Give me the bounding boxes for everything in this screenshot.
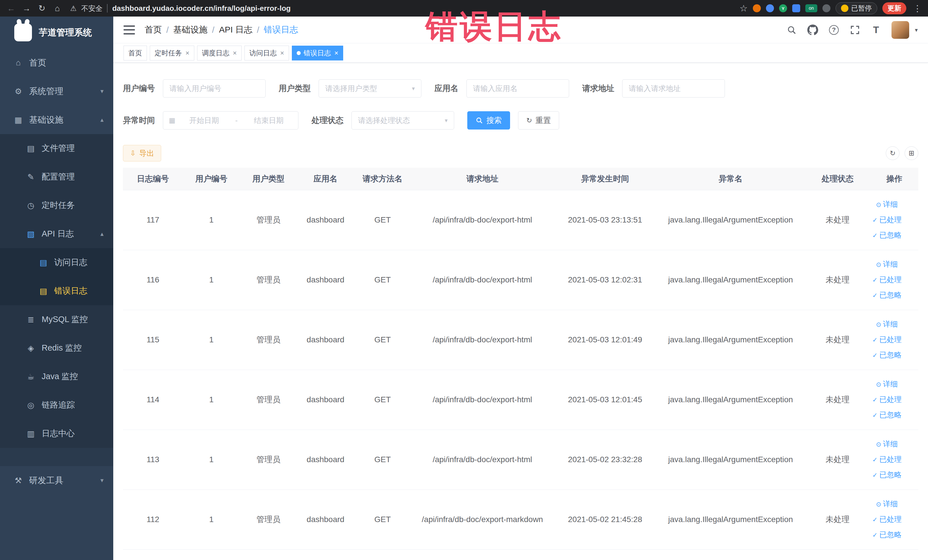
process-status-select[interactable]: 请选择处理状态 ▾ — [351, 111, 454, 130]
mark-processed-link[interactable]: ✓已处理 — [870, 512, 904, 527]
close-icon[interactable]: × — [280, 49, 284, 57]
request-url-input[interactable] — [622, 79, 725, 98]
back-icon[interactable]: ← — [5, 2, 18, 15]
cell-exception-time: 2021-05-02 23:32:28 — [554, 430, 656, 490]
sidebar-item-file-management[interactable]: ▤ 文件管理 — [0, 134, 113, 163]
reset-button[interactable]: ↻ 重置 — [518, 111, 559, 130]
address-bar[interactable]: ⚠ 不安全 dashboard.yudao.iocoder.cn/infra/l… — [70, 4, 733, 13]
extension-icon[interactable] — [792, 4, 800, 12]
chevron-up-icon: ▴ — [101, 116, 104, 124]
mark-processed-link[interactable]: ✓已处理 — [870, 272, 904, 288]
sidebar-item-redis-monitor[interactable]: ◈ Redis 监控 — [0, 334, 113, 362]
extension-icon[interactable] — [766, 4, 774, 12]
detail-link[interactable]: ⊙详细 — [870, 436, 904, 452]
exception-time-range-picker[interactable]: ▦ 开始日期 - 结束日期 — [163, 111, 298, 130]
paused-badge[interactable]: 已暂停 — [836, 2, 877, 14]
app-name-input[interactable] — [466, 79, 569, 98]
mark-ignored-link[interactable]: ✓已忽略 — [870, 227, 904, 243]
tab-schedule-log[interactable]: 调度日志 × — [197, 46, 242, 61]
sidebar-item-infrastructure[interactable]: ▦ 基础设施 ▴ — [0, 105, 113, 134]
mark-ignored-link[interactable]: ✓已忽略 — [870, 527, 904, 543]
check-icon: ✓ — [872, 232, 878, 239]
detail-link[interactable]: ⊙详细 — [870, 377, 904, 392]
sidebar-item-home[interactable]: ⌂ 首页 — [0, 49, 113, 77]
col-actions: 操作 — [870, 168, 918, 190]
close-icon[interactable]: × — [334, 49, 338, 57]
export-button[interactable]: ⇩ 导出 — [123, 145, 161, 162]
refresh-table-button[interactable]: ↻ — [886, 146, 899, 160]
fullscreen-icon[interactable] — [849, 24, 861, 36]
sidebar-item-dev-tools[interactable]: ⚒ 研发工具 ▾ — [0, 466, 113, 495]
browser-chrome: ← → ↻ ⌂ ⚠ 不安全 dashboard.yudao.iocoder.cn… — [0, 0, 928, 17]
search-icon[interactable] — [786, 24, 797, 36]
sidebar-item-scheduled-tasks[interactable]: ◷ 定时任务 — [0, 191, 113, 220]
detail-link[interactable]: ⊙详细 — [870, 496, 904, 512]
col-app-name: 应用名 — [297, 168, 354, 190]
detail-link[interactable]: ⊙详细 — [870, 317, 904, 332]
forward-icon[interactable]: → — [20, 2, 33, 15]
sidebar-item-error-log[interactable]: ▤ 错误日志 — [0, 277, 113, 305]
breadcrumb-item-infrastructure[interactable]: 基础设施 — [173, 24, 208, 36]
extension-on-badge[interactable]: on — [805, 4, 817, 12]
col-user-type: 用户类型 — [240, 168, 297, 190]
breadcrumb-item-home[interactable]: 首页 — [145, 24, 162, 36]
detail-link[interactable]: ⊙详细 — [870, 197, 904, 212]
tags-view: 首页 定时任务 × 调度日志 × 访问日志 × 错误日志 × — [113, 43, 928, 63]
close-icon[interactable]: × — [185, 49, 189, 57]
app-logo[interactable]: 芋道管理系统 — [0, 17, 113, 49]
mark-ignored-link[interactable]: ✓已忽略 — [870, 467, 904, 483]
bookmark-star-icon[interactable]: ☆ — [739, 3, 748, 14]
avatar[interactable] — [891, 21, 909, 39]
extensions-puzzle-icon[interactable] — [823, 4, 830, 12]
sidebar-item-access-log[interactable]: ▤ 访问日志 — [0, 248, 113, 277]
help-icon[interactable]: ? — [828, 24, 839, 36]
cell-method: GET — [354, 490, 411, 549]
mark-processed-link[interactable]: ✓已处理 — [870, 332, 904, 348]
browser-home-icon[interactable]: ⌂ — [51, 2, 64, 15]
sidebar-item-config-management[interactable]: ✎ 配置管理 — [0, 163, 113, 191]
sidebar-item-mysql-monitor[interactable]: ≣ MySQL 监控 — [0, 305, 113, 334]
mark-ignored-link[interactable]: ✓已忽略 — [870, 348, 904, 363]
sidebar-item-java-monitor[interactable]: ☕ Java 监控 — [0, 362, 113, 391]
tab-access-log[interactable]: 访问日志 × — [244, 46, 289, 61]
github-icon[interactable] — [807, 24, 818, 36]
mysql-icon: ≣ — [26, 315, 36, 324]
search-button[interactable]: 搜索 — [467, 111, 510, 130]
mark-processed-link[interactable]: ✓已处理 — [870, 392, 904, 407]
reload-icon[interactable]: ↻ — [35, 2, 49, 15]
close-icon[interactable]: × — [233, 49, 237, 57]
font-size-icon[interactable]: T — [870, 24, 882, 36]
sidebar-item-system-management[interactable]: ⚙ 系统管理 ▾ — [0, 77, 113, 105]
extension-icon[interactable] — [753, 4, 761, 12]
mark-processed-link[interactable]: ✓已处理 — [870, 212, 904, 227]
check-icon: ✓ — [872, 531, 878, 539]
browser-menu-icon[interactable]: ⋮ — [911, 3, 923, 14]
tab-scheduled-tasks[interactable]: 定时任务 × — [150, 46, 194, 61]
user-id-input[interactable] — [163, 79, 266, 98]
app-name-label: 应用名 — [435, 83, 458, 94]
eye-icon: ⊙ — [876, 500, 881, 508]
extension-icon[interactable]: Y — [779, 4, 787, 12]
user-type-select[interactable]: 请选择用户类型 ▾ — [319, 79, 421, 98]
sidebar-toggle-icon[interactable] — [124, 25, 135, 35]
update-button[interactable]: 更新 — [882, 2, 906, 14]
avatar-caret-icon[interactable]: ▾ — [915, 26, 918, 34]
infrastructure-icon: ▦ — [13, 115, 23, 125]
column-settings-button[interactable]: ⊞ — [905, 146, 918, 160]
tab-error-log[interactable]: 错误日志 × — [292, 46, 343, 61]
mark-processed-link[interactable]: ✓已处理 — [870, 452, 904, 467]
cell-log-id: 115 — [123, 310, 183, 370]
cell-request-url: /api/infra/db-doc/export-html — [411, 310, 554, 370]
sidebar-item-log-center[interactable]: ▥ 日志中心 — [0, 420, 113, 448]
breadcrumb-item-api-logs[interactable]: API 日志 — [219, 24, 252, 36]
mark-ignored-link[interactable]: ✓已忽略 — [870, 288, 904, 303]
detail-link[interactable]: ⊙详细 — [870, 257, 904, 272]
table-row: 114 1 管理员 dashboard GET /api/infra/db-do… — [123, 370, 918, 430]
tab-home[interactable]: 首页 — [124, 46, 147, 61]
sidebar-item-api-logs[interactable]: ▧ API 日志 ▴ — [0, 220, 113, 248]
timer-icon: ◷ — [26, 201, 36, 210]
sidebar-item-link-tracing[interactable]: ◎ 链路追踪 — [0, 391, 113, 420]
exception-time-label: 异常时间 — [123, 115, 155, 126]
gear-icon: ⚙ — [13, 87, 23, 96]
mark-ignored-link[interactable]: ✓已忽略 — [870, 407, 904, 423]
